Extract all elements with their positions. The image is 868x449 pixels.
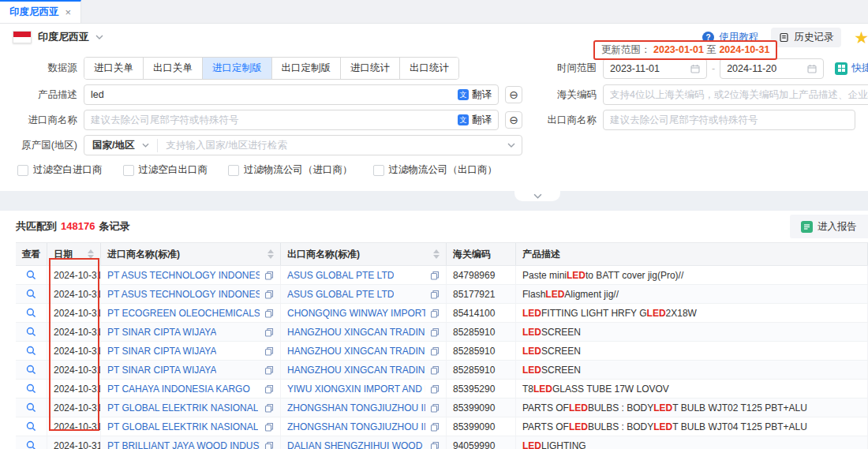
date-to-input[interactable]: 2024-11-20 [720, 58, 824, 79]
copy-icon[interactable] [264, 384, 274, 394]
importer-cell: PT SINAR CIPTA WIJAYA [101, 361, 281, 379]
product-desc-label: 产品描述 [5, 88, 77, 102]
row-date: 2024-10-31 [47, 417, 101, 436]
view-detail-icon[interactable] [26, 365, 36, 375]
sort-icon[interactable] [268, 249, 274, 259]
origin-country-select[interactable]: 国家/地区 [84, 139, 158, 152]
copy-icon[interactable] [264, 309, 274, 318]
copy-icon[interactable] [430, 309, 440, 318]
copy-icon[interactable] [430, 384, 440, 394]
column-header-importer[interactable]: 进口商名称(标准) [101, 243, 281, 265]
copy-icon[interactable] [430, 271, 440, 280]
view-detail-icon[interactable] [26, 346, 36, 356]
exporter-link[interactable]: ASUS GLOBAL PTE LTD [287, 270, 394, 281]
row-hs-code: 85285910 [447, 323, 516, 341]
exporter-cell: ZHONGSHAN TONGJIUZHOU INTERNA... [281, 398, 447, 417]
importer-link[interactable]: PT SINAR CIPTA WIJAYA [107, 346, 216, 357]
copy-icon[interactable] [264, 271, 274, 280]
translate-icon: 文 [458, 114, 469, 125]
quick-options-link[interactable]: 快捷选项 [835, 62, 868, 75]
copy-icon[interactable] [264, 346, 274, 356]
copy-icon[interactable] [430, 327, 440, 337]
view-detail-icon[interactable] [26, 421, 36, 432]
hs-code-input[interactable]: 支持4位以上海关编码，或2位海关编码加上产品描述、企业名称的任意信息 [603, 84, 868, 105]
exporter-link[interactable]: CHONGQING WINWAY IMPORT AND E... [287, 308, 425, 319]
filter-logistics-exporter-checkbox[interactable]: 过滤物流公司（出口商） [373, 163, 498, 177]
copy-icon[interactable] [430, 346, 440, 356]
origin-search-input[interactable]: 支持输入国家/地区进行检索 [158, 139, 507, 152]
filter-blank-importer-checkbox[interactable]: 过滤空白进口商 [17, 163, 103, 177]
view-detail-icon[interactable] [26, 270, 36, 280]
history-button[interactable]: 历史记录 [771, 28, 841, 47]
copy-icon[interactable] [430, 441, 440, 449]
row-product-desc: LED FITTING LIGHT HRFY G LED 2X18W [516, 304, 868, 322]
importer-link[interactable]: PT SINAR CIPTA WIJAYA [107, 327, 216, 338]
tab-import-statistics[interactable]: 进口统计 [340, 58, 399, 79]
copy-icon[interactable] [264, 441, 274, 449]
tab-import-custom[interactable]: 进口定制版 [202, 58, 271, 79]
column-header-date[interactable]: 日期 [47, 243, 101, 265]
copy-icon[interactable] [264, 403, 274, 413]
tab-export-statistics[interactable]: 出口统计 [399, 58, 458, 79]
exporter-link[interactable]: ZHONGSHAN TONGJIUZHOU INTERNA... [287, 421, 425, 432]
exporter-input[interactable]: 建议去除公司尾部字符或特殊符号 [603, 110, 855, 130]
copy-icon[interactable] [430, 422, 440, 432]
results-panel: 共匹配到148176条记录 进入报告 查看 日期 进口商名称(标准) 出口商名称… [0, 211, 868, 449]
exporter-link[interactable]: YIWU XIONGXIN IMPORT AND EXPORT... [287, 384, 425, 395]
country-selector[interactable]: 印度尼西亚 [13, 30, 103, 44]
chevron-down-icon [142, 143, 149, 148]
star-icon[interactable]: ★ [854, 29, 868, 46]
view-detail-icon[interactable] [26, 327, 36, 337]
copy-icon[interactable] [264, 327, 274, 337]
importer-link[interactable]: PT SINAR CIPTA WIJAYA [107, 365, 216, 376]
row-product-desc: PARTS OF LED BULBS : BODY LED T BULB WJT… [516, 417, 868, 436]
exporter-link[interactable]: HANGZHOU XINGCAN TRADING CO LTD [287, 346, 425, 357]
close-icon[interactable]: × [65, 6, 72, 18]
importer-link[interactable]: PT ECOGREEN OLEOCHEMICALS [107, 308, 260, 319]
exporter-link[interactable]: DALIAN SHENGZHIHUI WOOD INDUST... [287, 440, 425, 449]
update-range-annotation: 更新范围： 2023-01-01 至 2024-10-31 [593, 40, 777, 60]
copy-icon[interactable] [430, 365, 440, 375]
view-detail-icon[interactable] [26, 289, 36, 299]
view-detail-icon[interactable] [26, 402, 36, 413]
sort-icon[interactable] [88, 249, 94, 259]
tab-export-declarations[interactable]: 出口关单 [143, 58, 202, 79]
sort-icon[interactable] [433, 249, 440, 259]
view-detail-icon[interactable] [26, 384, 36, 394]
copy-icon[interactable] [264, 365, 274, 375]
synonym-expand-button[interactable]: ⊖ [505, 86, 522, 103]
exporter-link[interactable]: HANGZHOU XINGCAN TRADING CO LTD [287, 327, 425, 338]
copy-icon[interactable] [264, 290, 274, 299]
date-from-input[interactable]: 2023-11-01 [603, 58, 707, 79]
view-detail-icon[interactable] [26, 308, 36, 318]
importer-link[interactable]: PT GLOBAL ELEKTRIK NASIONAL [107, 421, 258, 432]
filter-blank-exporter-checkbox[interactable]: 过滤空白出口商 [123, 163, 208, 177]
view-detail-icon[interactable] [26, 440, 36, 449]
translate-button[interactable]: 文 翻译 [458, 114, 492, 127]
copy-icon[interactable] [430, 403, 440, 413]
tab-indonesia[interactable]: 印度尼西亚 × [0, 0, 81, 23]
importer-link[interactable]: PT BRILLIANT JAYA WOOD INDUSTRY [107, 440, 260, 449]
tab-export-custom[interactable]: 出口定制版 [271, 58, 341, 79]
copy-icon[interactable] [430, 290, 440, 299]
importer-link[interactable]: PT GLOBAL ELEKTRIK NASIONAL [107, 402, 258, 413]
importer-link[interactable]: PT ASUS TECHNOLOGY INDONESIA BA... [107, 270, 260, 281]
enter-report-button[interactable]: 进入报告 [790, 215, 868, 238]
exporter-link[interactable]: ZHONGSHAN TONGJIUZHOU INTERNA... [287, 402, 425, 413]
translate-button[interactable]: 文 翻译 [458, 88, 492, 102]
importer-input[interactable]: 建议去除公司尾部字符或特殊符号 文 翻译 [84, 110, 499, 130]
tab-import-declarations[interactable]: 进口关单 [84, 58, 143, 79]
exporter-link[interactable]: ASUS GLOBAL PTE LTD [287, 289, 394, 300]
chevron-down-icon [95, 35, 103, 39]
importer-cell: PT GLOBAL ELEKTRIK NASIONAL [101, 417, 281, 436]
copy-icon[interactable] [264, 422, 274, 432]
importer-link[interactable]: PT ASUS TECHNOLOGY INDONESIA BA... [107, 289, 260, 300]
product-desc-input[interactable]: led 文 翻译 [84, 84, 499, 105]
exporter-link[interactable]: HANGZHOU XINGCAN TRADING CO LTD [287, 365, 425, 376]
importer-cell: PT ASUS TECHNOLOGY INDONESIA BA... [101, 266, 281, 284]
column-header-exporter[interactable]: 出口商名称(标准) [281, 243, 447, 265]
collapse-panel-button[interactable] [514, 191, 560, 201]
synonym-expand-button[interactable]: ⊖ [505, 111, 522, 129]
importer-link[interactable]: PT CAHAYA INDONESIA KARGO [107, 384, 250, 395]
filter-logistics-importer-checkbox[interactable]: 过滤物流公司（进口商） [228, 163, 353, 177]
